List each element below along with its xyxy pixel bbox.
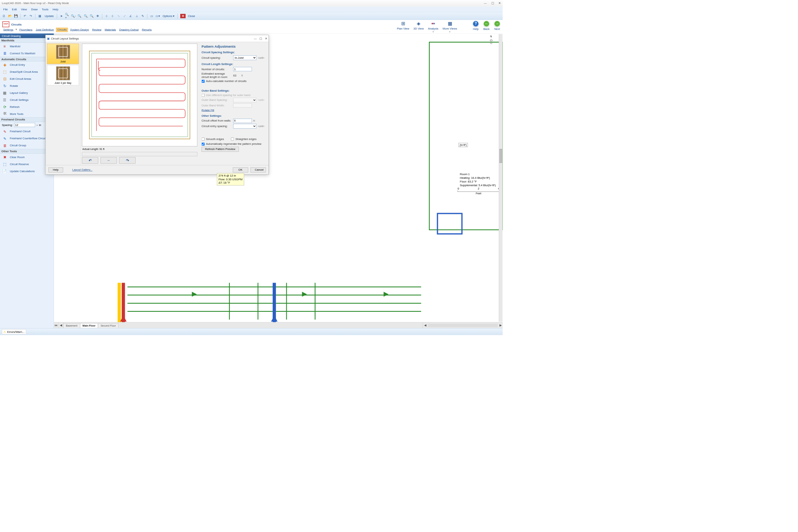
new-icon[interactable]: 🗋	[1, 13, 7, 18]
measure2-icon[interactable]: ⟋	[122, 13, 127, 18]
layers1-icon[interactable]: ▭	[149, 13, 154, 18]
tab-secondfloor[interactable]: Second Floor	[98, 323, 118, 328]
circuit-spacing-select[interactable]: In-Joist	[233, 55, 256, 60]
redo-preview-button[interactable]: ↷	[119, 157, 136, 164]
options-dropdown[interactable]: Options ▾	[161, 14, 176, 18]
tab-nav-first-icon[interactable]: ⏮	[54, 323, 59, 328]
snap1-icon[interactable]: ⊹	[104, 13, 109, 18]
back-button[interactable]: ←Back	[483, 20, 490, 31]
straighten-checkbox[interactable]	[231, 137, 234, 140]
pan-icon[interactable]: ✥	[95, 13, 100, 18]
3d-view-button[interactable]: ◈3D View	[413, 20, 424, 30]
num-circuits-input[interactable]	[233, 67, 252, 71]
snap2-icon[interactable]: ⊹	[110, 13, 115, 18]
perp-icon[interactable]: ⊥	[134, 13, 139, 18]
refresh-icon: ⟳	[2, 105, 7, 109]
link-circuits[interactable]: Circuits	[56, 28, 68, 32]
next-button[interactable]: →Next	[494, 20, 501, 31]
errors-button[interactable]: ⚠ Errors/Warn...	[2, 329, 26, 334]
close-x-icon[interactable]: ✕	[181, 14, 186, 18]
back-preview-button[interactable]: ←	[100, 157, 117, 164]
dialog-close-icon[interactable]: ✕	[265, 37, 267, 40]
link-reports[interactable]: Reports	[141, 28, 153, 32]
link-materials[interactable]: Materials	[104, 28, 117, 32]
dialog-minimize-icon[interactable]: —	[254, 37, 257, 40]
menu-file[interactable]: File	[1, 7, 10, 11]
cancel-button[interactable]: Cancel	[250, 167, 266, 173]
menu-view[interactable]: View	[19, 7, 29, 11]
save-icon[interactable]: 💾	[14, 13, 19, 18]
zoom-extents-icon[interactable]: 🔍	[83, 13, 88, 18]
hscroll-left-icon[interactable]: ◀	[423, 323, 427, 328]
menu-help[interactable]: Help	[51, 7, 60, 11]
tools-icon: 🛠	[2, 112, 7, 116]
layers2-icon[interactable]: ▭▾	[155, 13, 160, 18]
app-title: LoopCAD 2020 - Main floor loop v2 - Read…	[2, 1, 69, 5]
reserve-icon: ⬚	[2, 162, 7, 167]
menu-edit[interactable]: Edit	[10, 7, 18, 11]
minimize-icon[interactable]: —	[484, 1, 487, 5]
spacing-input[interactable]	[14, 123, 35, 127]
pointer-icon[interactable]: ➤	[59, 13, 64, 18]
outer-diff-checkbox[interactable]	[202, 94, 205, 97]
svg-marker-7	[192, 292, 197, 297]
menu-draw[interactable]: Draw	[29, 7, 40, 11]
link-joist[interactable]: Joist Definition	[35, 28, 55, 32]
refresh-preview-button[interactable]: Refresh Pattern Preview	[202, 147, 239, 152]
horizontal-scrollbar[interactable]	[428, 324, 498, 327]
redo-icon[interactable]: ↷	[28, 13, 34, 18]
autoregen-checkbox[interactable]	[202, 143, 205, 146]
clear-icon: ✖	[2, 155, 7, 160]
link-floorplans[interactable]: Floorplans	[18, 28, 33, 32]
panel-title: Pattern Adjustments	[202, 44, 266, 48]
update-button[interactable]: Update	[43, 14, 55, 18]
maximize-icon[interactable]: ▢	[491, 1, 494, 5]
close-window-icon[interactable]: ✕	[498, 1, 501, 5]
more-views-button[interactable]: ▦More Views▾	[443, 20, 457, 33]
undo-preview-button[interactable]: ↶	[82, 157, 98, 164]
measure1-icon[interactable]: ⟍	[116, 13, 121, 18]
tab-mainfloor[interactable]: Main Floor	[80, 323, 98, 328]
grid-icon[interactable]: ▦	[37, 13, 42, 18]
rotate-fill-link[interactable]: Rotate Fill	[202, 109, 214, 112]
menu-tools[interactable]: Tools	[40, 7, 50, 11]
open-icon[interactable]: 📂	[7, 13, 13, 18]
plan-view-icon: ⊞	[400, 20, 407, 26]
link-settings[interactable]: Settings	[2, 28, 14, 32]
entry-spacing-select[interactable]	[233, 124, 256, 129]
link-review[interactable]: Review	[91, 28, 102, 32]
plan-view-button[interactable]: ⊞Plan View	[397, 20, 409, 30]
draw-icon[interactable]: ✎	[140, 13, 146, 18]
help-button[interactable]: ?Help	[473, 20, 479, 31]
pattern-joist3[interactable]: Joist 3 per Bay	[47, 65, 79, 85]
hscroll-right-icon[interactable]: ▶	[498, 323, 503, 328]
pattern-preview	[82, 44, 197, 146]
manifold-icon: ≡	[2, 44, 7, 49]
compass-icon: N⇧	[487, 35, 496, 48]
dialog-maximize-icon[interactable]: ▢	[259, 37, 262, 40]
link-system[interactable]: System Design	[69, 28, 90, 32]
ok-button[interactable]: OK	[233, 167, 248, 173]
undo-icon[interactable]: ↶	[22, 13, 27, 18]
dialog-circuit-layout: ▣Circuit Layout Settings — ▢ ✕ Joist Joi…	[45, 35, 269, 175]
tab-basement[interactable]: Basement	[63, 323, 80, 328]
close-button[interactable]: Close	[187, 14, 197, 18]
analysis-icon: ■■	[430, 20, 437, 26]
pattern-settings-panel: Pattern Adjustments Circuit Spacing Sett…	[199, 42, 269, 165]
zoom-prev-icon[interactable]: 🔍	[89, 13, 94, 18]
circuit-entry-icon: ✚	[2, 62, 7, 67]
tab-nav-prev-icon[interactable]: ◀	[59, 323, 64, 328]
zoom-out-icon[interactable]: 🔍-	[71, 13, 76, 18]
angle-icon[interactable]: ∠	[128, 13, 133, 18]
pattern-joist[interactable]: Joist	[47, 44, 79, 64]
zoom-in-icon[interactable]: 🔍+	[65, 13, 70, 18]
analysis-button[interactable]: ■■Analysis▾	[428, 20, 438, 33]
autocalc-checkbox[interactable]	[202, 80, 205, 83]
offset-input[interactable]	[233, 119, 252, 123]
zoom-window-icon[interactable]: 🔍	[77, 13, 82, 18]
dialog-help-button[interactable]: Help	[48, 167, 63, 173]
vertical-scrollbar[interactable]	[499, 34, 502, 322]
link-output[interactable]: Drawing Output	[118, 28, 140, 32]
layout-gallery-link[interactable]: Layout Gallery...	[72, 168, 92, 171]
smooth-checkbox[interactable]	[202, 137, 205, 140]
